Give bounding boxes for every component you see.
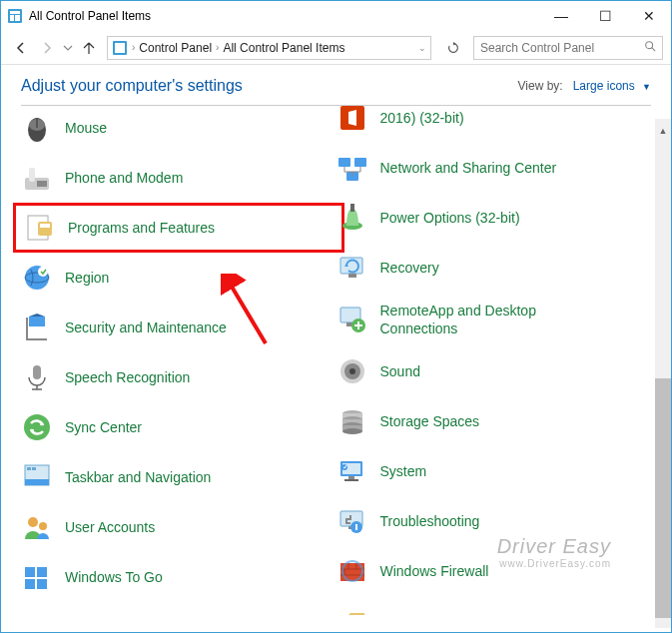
security-maintenance-icon — [21, 312, 53, 343]
item-label: Power Options (32-bit) — [380, 209, 520, 227]
sync-center-icon — [21, 411, 53, 443]
close-button[interactable]: ✕ — [627, 1, 671, 31]
item-label: Network and Sharing Center — [380, 159, 557, 177]
refresh-button[interactable] — [441, 36, 465, 60]
svg-rect-58 — [348, 476, 354, 479]
control-panel-item[interactable]: Speech Recognition — [21, 361, 336, 393]
item-label: Taskbar and Navigation — [65, 468, 211, 486]
control-panel-item[interactable]: System — [336, 455, 652, 487]
breadcrumb-current[interactable]: All Control Panel Items — [223, 41, 344, 55]
svg-point-48 — [349, 368, 355, 374]
item-label: Mouse — [65, 119, 107, 137]
svg-rect-5 — [115, 43, 125, 53]
phone-modem-icon — [21, 162, 53, 194]
control-panel-item[interactable]: Phone and Modem — [21, 162, 336, 194]
scrollbar-thumb[interactable] — [655, 378, 671, 618]
power-icon — [336, 202, 368, 234]
navigation-bar: › Control Panel › All Control Panel Item… — [1, 31, 671, 65]
chevron-right-icon: › — [216, 42, 219, 53]
item-label: Speech Recognition — [65, 368, 190, 386]
svg-rect-1 — [10, 11, 20, 14]
scrollbar-up-button[interactable]: ▲ — [655, 123, 671, 139]
network-icon — [336, 152, 368, 184]
control-panel-item[interactable]: Work Folders — [336, 605, 652, 615]
control-panel-item[interactable]: Storage Spaces — [336, 405, 652, 437]
recent-dropdown[interactable] — [61, 36, 75, 60]
item-label: RemoteApp and Desktop Connections — [380, 302, 575, 337]
control-panel-item[interactable]: RemoteApp and Desktop Connections — [336, 302, 652, 337]
region-icon — [21, 262, 53, 294]
back-button[interactable] — [9, 36, 33, 60]
svg-rect-12 — [29, 168, 35, 182]
control-panel-item[interactable]: 2016) (32-bit) — [336, 106, 652, 134]
item-label: Recovery — [380, 259, 439, 277]
sound-icon — [336, 355, 368, 387]
control-panel-item[interactable]: Sound — [336, 355, 652, 387]
svg-point-6 — [646, 42, 653, 49]
control-panel-item[interactable]: Recovery — [336, 252, 652, 284]
troubleshoot-icon — [336, 505, 368, 537]
minimize-button[interactable]: — — [539, 1, 583, 31]
user-accounts-icon — [21, 511, 53, 543]
svg-rect-26 — [25, 479, 49, 485]
window-titlebar: All Control Panel Items — ☐ ✕ — [1, 1, 671, 31]
search-input[interactable] — [480, 41, 644, 55]
control-panel-item[interactable]: Troubleshooting — [336, 505, 652, 537]
item-label: 2016) (32-bit) — [380, 109, 464, 127]
window-title: All Control Panel Items — [29, 9, 539, 23]
control-panel-item[interactable]: Network and Sharing Center — [336, 152, 652, 184]
storage-icon — [336, 405, 368, 437]
svg-rect-16 — [40, 224, 50, 228]
office-icon — [336, 106, 368, 134]
item-label: Programs and Features — [68, 219, 215, 237]
item-label: Storage Spaces — [380, 412, 480, 430]
search-icon[interactable] — [644, 40, 656, 55]
forward-button[interactable] — [35, 36, 59, 60]
svg-rect-3 — [15, 15, 20, 21]
view-by-label: View by: — [518, 79, 563, 93]
control-panel-item[interactable]: Sync Center — [21, 411, 336, 443]
adjust-settings-heading: Adjust your computer's settings — [21, 77, 518, 95]
svg-rect-59 — [344, 479, 358, 481]
chevron-right-icon: › — [132, 42, 135, 53]
item-label: Windows Firewall — [380, 562, 489, 580]
item-label: Region — [65, 269, 109, 287]
header-row: Adjust your computer's settings View by:… — [1, 65, 671, 105]
svg-rect-36 — [338, 158, 350, 167]
view-by-dropdown[interactable]: Large icons ▼ — [573, 79, 651, 93]
control-panel-item[interactable]: Power Options (32-bit) — [336, 202, 652, 234]
search-box[interactable] — [473, 36, 663, 60]
control-panel-item[interactable]: Taskbar and Navigation — [21, 461, 336, 493]
maximize-button[interactable]: ☐ — [583, 1, 627, 31]
svg-rect-32 — [37, 567, 47, 577]
left-column: MousePhone and ModemPrograms and Feature… — [21, 112, 336, 595]
svg-rect-28 — [32, 467, 36, 470]
svg-point-29 — [28, 517, 38, 527]
mouse-icon — [21, 112, 53, 144]
control-panel-item[interactable]: Windows Firewall — [336, 555, 652, 587]
recovery-icon — [336, 252, 368, 284]
svg-point-24 — [24, 414, 50, 440]
control-panel-item[interactable]: Windows To Go — [21, 561, 336, 593]
item-label: System — [380, 462, 427, 480]
address-bar[interactable]: › Control Panel › All Control Panel Item… — [107, 36, 431, 60]
address-dropdown-icon[interactable]: ⌄ — [418, 43, 426, 53]
svg-point-19 — [38, 267, 48, 277]
view-by-value: Large icons — [573, 79, 635, 93]
control-panel-item[interactable]: Region — [21, 262, 336, 294]
chevron-down-icon: ▼ — [642, 82, 651, 92]
svg-rect-31 — [25, 567, 35, 577]
svg-rect-37 — [354, 158, 366, 167]
items-grid: MousePhone and ModemPrograms and Feature… — [1, 106, 671, 615]
control-panel-item[interactable]: Programs and Features — [13, 203, 344, 253]
control-panel-item[interactable]: User Accounts — [21, 511, 336, 543]
control-panel-item[interactable]: Mouse — [21, 112, 336, 144]
svg-point-60 — [341, 464, 347, 470]
breadcrumb-root[interactable]: Control Panel — [139, 41, 212, 55]
item-label: Windows To Go — [65, 568, 163, 586]
item-label: Security and Maintenance — [65, 318, 227, 336]
up-button[interactable] — [77, 36, 101, 60]
svg-rect-34 — [37, 579, 47, 589]
item-label: Phone and Modem — [65, 169, 183, 187]
control-panel-item[interactable]: Security and Maintenance — [21, 312, 336, 343]
